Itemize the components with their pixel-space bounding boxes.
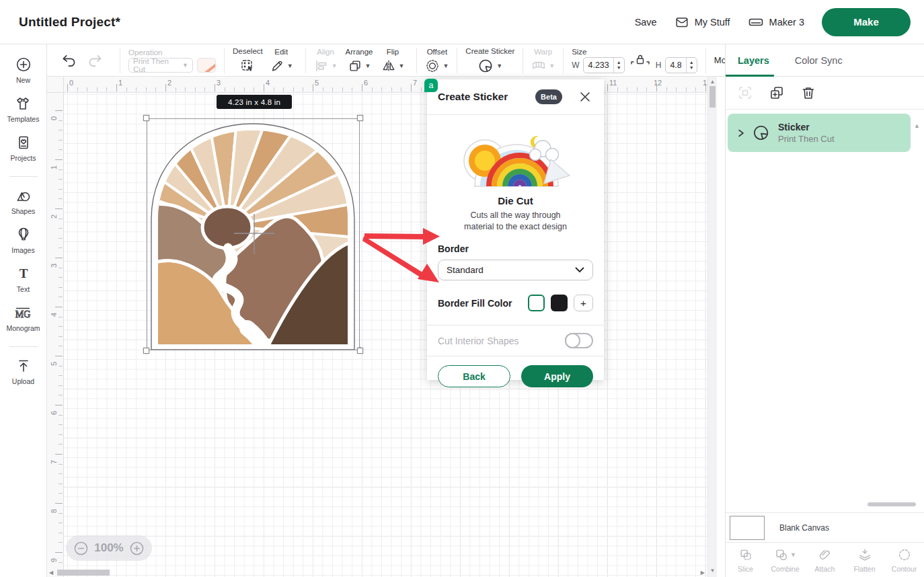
close-icon[interactable] (578, 90, 592, 104)
contour-icon (897, 547, 912, 562)
delete-button[interactable] (800, 85, 816, 101)
duplicate-button[interactable] (769, 85, 785, 101)
sidebar-item-templates[interactable]: Templates (7, 95, 40, 123)
sidebar-item-shapes[interactable]: Shapes (11, 188, 36, 215)
selection-handle-bottom-right[interactable] (357, 348, 363, 354)
contour-button[interactable]: Contour (884, 543, 924, 577)
slice-button[interactable]: Slice (726, 543, 765, 577)
hscroll-left-arrow[interactable]: ◀ (49, 570, 53, 576)
sidebar-item-monogram[interactable]: MG Monogram (6, 305, 40, 332)
back-button[interactable]: Back (438, 365, 510, 387)
redo-button[interactable] (86, 52, 104, 69)
hscroll-thumb[interactable] (57, 570, 110, 576)
arrange-button[interactable]: Arrange ▼ (346, 48, 373, 73)
my-stuff-button[interactable]: My Stuff (675, 15, 730, 30)
save-button[interactable]: Save (635, 17, 657, 28)
width-input[interactable]: 4.233 ▲▼ (583, 57, 624, 73)
align-button[interactable]: Align ▼ (314, 48, 338, 73)
deselect-button[interactable]: Deselect (233, 47, 263, 74)
svg-text:MG: MG (15, 309, 31, 319)
cut-interior-row: Cut Interior Shapes (427, 325, 604, 356)
chevron-down-icon (575, 267, 584, 273)
attach-button[interactable]: Attach (805, 543, 845, 577)
layer-item-sticker[interactable]: Sticker Print Then Cut (728, 114, 911, 152)
sticker-peel-icon (477, 58, 494, 74)
monogram-icon: MG (13, 305, 32, 321)
sidebar-item-projects[interactable]: Projects (11, 134, 36, 162)
ruler-vertical: 0 1 2 3 4 5 6 7 8 9 (47, 93, 64, 577)
tab-layers[interactable]: Layers (738, 55, 769, 66)
width-stepper[interactable]: ▲▼ (613, 58, 624, 73)
plus-icon: + (580, 297, 586, 309)
beta-badge: Beta (535, 89, 562, 104)
vscroll-up-arrow[interactable]: ▲ (708, 79, 717, 85)
mailbox-icon (675, 15, 689, 30)
blank-canvas-row[interactable]: Blank Canvas (726, 512, 924, 542)
flip-button[interactable]: Flip ▼ (381, 48, 405, 73)
left-sidebar: New Templates Projects Shapes Images T T… (0, 44, 47, 577)
layers-hscroll-thumb[interactable] (868, 502, 916, 506)
operation-group: Operation Print Then Cut▼ (128, 48, 216, 73)
vscroll-thumb[interactable] (709, 86, 716, 108)
sticker-design-artwork[interactable] (147, 118, 360, 350)
boho-landscape-graphic (147, 118, 360, 350)
sidebar-item-images[interactable]: Images (11, 227, 34, 254)
fill-color-black-swatch[interactable] (551, 295, 568, 311)
attach-paperclip-icon (818, 547, 833, 562)
height-stepper[interactable]: ▲▼ (686, 58, 697, 73)
add-color-button[interactable]: + (574, 295, 593, 311)
new-plus-icon (15, 56, 32, 73)
selection-handle-top-left[interactable] (143, 115, 149, 121)
vscroll-down-arrow[interactable]: ▼ (708, 568, 717, 574)
operation-select[interactable]: Print Then Cut▼ (128, 58, 193, 73)
selection-handle-top-right[interactable] (357, 115, 363, 121)
tab-color-sync[interactable]: Color Sync (795, 55, 843, 66)
text-t-icon: T (15, 266, 32, 282)
align-icon (314, 59, 329, 73)
zoom-out-button[interactable] (74, 541, 88, 555)
cut-interior-toggle[interactable] (565, 333, 593, 348)
machine-select-button[interactable]: Maker 3 (748, 14, 804, 30)
caret-down-icon: ▼ (287, 63, 293, 69)
layer-expand-chevron[interactable] (736, 128, 746, 138)
project-card-icon (15, 134, 32, 151)
offset-button[interactable]: Offset ▼ (425, 48, 449, 73)
height-input[interactable]: 4.8 ▲▼ (665, 57, 697, 73)
canvas-area[interactable]: 0 1 2 3 4 5 6 7 8 9 10 11 12 13 0 1 2 3 … (47, 77, 707, 577)
selection-handle-bottom-left[interactable] (143, 348, 149, 354)
canvas-vertical-scrollbar: ▲ ▼ (707, 77, 717, 577)
hot-air-balloon-icon (15, 227, 32, 243)
toolbar-divider (416, 48, 417, 73)
sidebar-item-new[interactable]: New (15, 56, 32, 84)
warp-button[interactable]: Warp ▼ (531, 48, 555, 73)
border-select[interactable]: Standard (438, 260, 593, 280)
flatten-button[interactable]: Flatten (845, 543, 884, 577)
border-label: Border (438, 243, 604, 254)
combine-button[interactable]: ▼ Combine (765, 543, 805, 577)
edit-button[interactable]: Edit ▼ (270, 48, 293, 73)
zoom-in-button[interactable] (130, 541, 144, 555)
sidebar-item-text[interactable]: T Text (15, 266, 32, 293)
blank-canvas-swatch[interactable] (730, 516, 765, 540)
fill-color-white-swatch[interactable] (528, 295, 545, 311)
project-title: Untitled Project* (19, 15, 120, 30)
caret-down-icon: ▼ (549, 63, 555, 69)
apply-button[interactable]: Apply (521, 365, 593, 387)
hscroll-right-arrow[interactable]: ▶ (701, 570, 705, 576)
die-cut-preview-image (458, 124, 574, 192)
size-lock-icon[interactable] (630, 53, 650, 67)
layer-name: Sticker (778, 122, 835, 132)
tshirt-icon (15, 95, 31, 112)
layers-scroll-up-arrow[interactable]: ▲ (914, 122, 920, 129)
top-bar: Untitled Project* Save My Stuff Maker 3 … (0, 0, 924, 44)
create-sticker-button[interactable]: Create Sticker ▼ (465, 47, 514, 74)
border-fill-color-label: Border Fill Color (438, 298, 528, 309)
caret-down-icon: ▼ (496, 63, 502, 69)
make-button[interactable]: Make (822, 8, 911, 36)
operation-color-swatch[interactable] (197, 58, 216, 73)
cut-interior-label: Cut Interior Shapes (438, 336, 565, 346)
sidebar-item-upload[interactable]: Upload (12, 358, 34, 385)
toolbar-divider (523, 48, 523, 73)
group-button[interactable] (737, 85, 753, 101)
undo-button[interactable] (61, 52, 78, 69)
